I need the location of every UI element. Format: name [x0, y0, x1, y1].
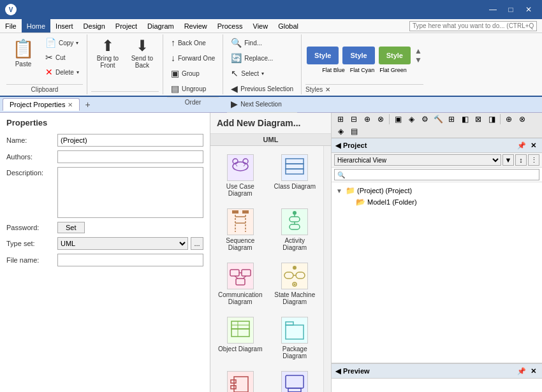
tool-btn-16[interactable]: ▤	[348, 126, 360, 137]
typeset-extra-button[interactable]: ...	[191, 237, 203, 250]
svg-rect-40	[286, 375, 304, 388]
project-pin-btn[interactable]: 📌	[516, 140, 527, 150]
component-diagram-item[interactable]: Component Diagram	[214, 367, 267, 392]
menu-global[interactable]: Global	[273, 19, 304, 33]
tool-btn-2[interactable]: ⊟	[348, 113, 360, 125]
tool-btn-6[interactable]: ◈	[405, 113, 418, 125]
delete-button[interactable]: ✕ Delete ▾	[41, 65, 83, 79]
tree-model1-item[interactable]: 📂 Model1 (Folder)	[344, 196, 539, 208]
object-diagram-item[interactable]: Object Diagram	[214, 312, 267, 364]
tool-btn-12[interactable]: ◨	[485, 113, 498, 125]
maximize-button[interactable]: □	[502, 3, 519, 16]
send-to-back-button[interactable]: ⬇ Send to Back	[126, 36, 159, 71]
preview-pin-btn[interactable]: 📌	[516, 366, 527, 376]
class-diagram-item[interactable]: Class Diagram	[269, 150, 321, 201]
communication-diagram-item[interactable]: Communication Diagram	[214, 258, 267, 310]
menu-review[interactable]: Review	[179, 19, 212, 33]
menu-search-input[interactable]	[409, 21, 537, 31]
diagram-scrollbar[interactable]	[323, 146, 331, 392]
tool-btn-15[interactable]: ◈	[334, 126, 347, 137]
menu-file[interactable]: File	[0, 19, 22, 33]
paste-button[interactable]: 📋 Paste	[6, 36, 40, 70]
tool-btn-13[interactable]: ⊕	[502, 113, 515, 125]
forward-one-button[interactable]: ↓ Forward One	[167, 51, 219, 65]
use-case-diagram-item[interactable]: Use Case Diagram	[214, 150, 267, 201]
name-input[interactable]	[57, 134, 203, 147]
sequence-diagram-item[interactable]: Sequence Diagram	[214, 204, 267, 256]
menu-diagram[interactable]: Diagram	[142, 19, 179, 33]
project-panel-collapse-icon[interactable]: ◀	[335, 142, 341, 150]
filename-input[interactable]	[57, 254, 203, 266]
project-search-input[interactable]	[334, 169, 539, 180]
replace-button[interactable]: 🔄 Replace...	[227, 51, 277, 65]
middle-panel: Add New Diagram... UML Use Case Di	[210, 113, 332, 392]
flat-cyan-label: Flat Cyan	[350, 67, 375, 73]
paste-icon: 📋	[12, 38, 34, 59]
tool-btn-3[interactable]: ⊕	[361, 113, 374, 125]
left-panel: Properties Name: Authors: Description: P…	[0, 113, 210, 392]
tool-btn-10[interactable]: ◧	[458, 113, 471, 125]
tool-btn-5[interactable]: ▣	[392, 113, 404, 125]
tree-root-item[interactable]: ▼ 📁 (Project) (Project)	[334, 185, 539, 196]
state-machine-diagram-icon	[281, 263, 308, 289]
description-textarea[interactable]	[57, 167, 203, 218]
tool-btn-8[interactable]: 🔨	[432, 113, 444, 125]
tool-btn-14[interactable]: ⊗	[516, 113, 529, 125]
tab-add-button[interactable]: +	[81, 98, 94, 111]
preview-collapse-icon[interactable]: ◀	[335, 367, 341, 375]
styles-content: Style Style Style ▲▼ Flat Blue Flat Cyan…	[305, 36, 423, 83]
style-flat-cyan-button[interactable]: Style	[342, 47, 374, 64]
menu-design[interactable]: Design	[78, 19, 110, 33]
password-row: Password: Set	[6, 222, 203, 233]
svg-rect-15	[289, 217, 300, 222]
activity-diagram-item[interactable]: Activity Diagram	[269, 204, 321, 256]
project-close-btn[interactable]: ✕	[528, 140, 538, 150]
tree-expand-icon[interactable]: ▼	[336, 187, 344, 194]
bring-to-front-button[interactable]: ⬆ Bring to Front	[91, 36, 124, 71]
package-diagram-item[interactable]: Package Diagram	[269, 312, 321, 364]
tool-btn-11[interactable]: ⊠	[472, 113, 485, 125]
back-one-button[interactable]: ↑ Back One	[167, 36, 210, 50]
delete-dropdown-arrow: ▾	[77, 69, 79, 75]
close-button[interactable]: ✕	[520, 3, 537, 16]
tool-btn-9[interactable]: ⊞	[445, 113, 458, 125]
previous-selection-button[interactable]: ◀ Previous Selection	[227, 82, 297, 96]
ungroup-button[interactable]: ▤ Ungroup	[167, 82, 210, 96]
menu-view[interactable]: View	[248, 19, 274, 33]
tool-btn-7[interactable]: ⚙	[418, 113, 431, 125]
deployment-diagram-item[interactable]: Deployment Diagram	[269, 367, 321, 392]
state-machine-diagram-item[interactable]: State Machine Diagram	[269, 258, 321, 310]
typeset-select[interactable]: UML	[57, 237, 188, 250]
styles-scroll[interactable]: ▲▼	[413, 45, 423, 66]
flat-green-label: Flat Green	[379, 67, 407, 73]
group-button[interactable]: ▣ Group	[167, 66, 203, 80]
properties-form: Name: Authors: Description: Password: Se…	[0, 130, 210, 274]
filter-extra-btn[interactable]: ⋮	[528, 154, 539, 166]
style-flat-blue-button[interactable]: Style	[307, 47, 339, 64]
tool-btn-1[interactable]: ⊞	[334, 113, 347, 125]
minimize-button[interactable]: —	[485, 3, 501, 16]
set-password-button[interactable]: Set	[57, 222, 85, 233]
find-button[interactable]: 🔍 Find...	[227, 36, 266, 50]
sort-btn[interactable]: ↕	[515, 154, 527, 166]
next-selection-button[interactable]: ▶ Next Selection	[227, 97, 285, 111]
menu-process[interactable]: Process	[212, 19, 248, 33]
filter-select[interactable]: Hierarchical View	[334, 154, 501, 166]
authors-row: Authors:	[6, 150, 203, 163]
filter-dropdown-btn[interactable]: ▼	[502, 154, 514, 166]
tab-project-properties[interactable]: Project Properties ✕	[3, 98, 80, 111]
next-selection-label: Next Selection	[240, 101, 281, 108]
tab-close-icon[interactable]: ✕	[68, 101, 73, 108]
menu-project[interactable]: Project	[110, 19, 142, 33]
styles-close-icon[interactable]: ✕	[325, 86, 330, 93]
copy-button[interactable]: 📄 Copy ▾	[41, 36, 83, 50]
style-flat-green-button[interactable]: Style	[379, 47, 411, 64]
menu-insert[interactable]: Insert	[50, 19, 78, 33]
authors-input[interactable]	[57, 150, 203, 163]
cut-button[interactable]: ✂ Cut	[41, 50, 83, 64]
preview-close-btn[interactable]: ✕	[528, 366, 538, 376]
menu-home[interactable]: Home	[22, 19, 50, 33]
right-panel: ⊞ ⊟ ⊕ ⊗ ▣ ◈ ⚙ 🔨 ⊞ ◧ ⊠ ◨ ⊕ ⊗ ◈ ▤ ◀ Projec…	[332, 113, 542, 392]
select-button[interactable]: ↖ Select ▾	[227, 66, 268, 80]
tool-btn-4[interactable]: ⊗	[374, 113, 387, 125]
